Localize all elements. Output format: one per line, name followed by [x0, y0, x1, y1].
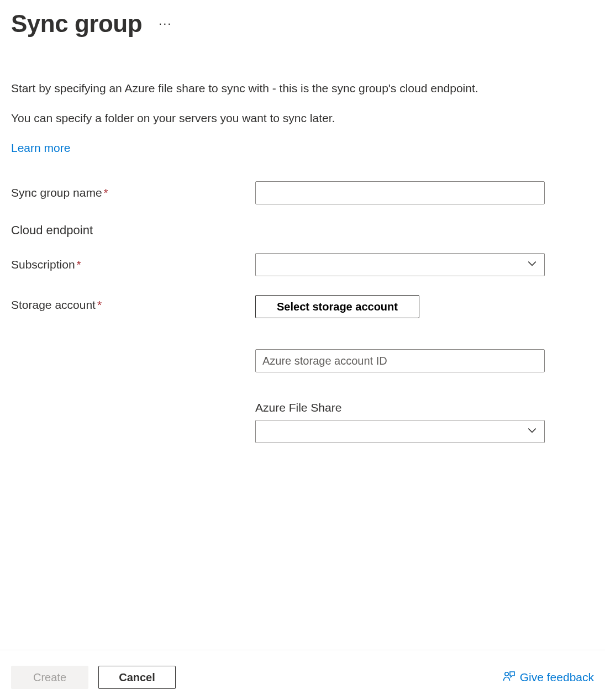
- svg-point-0: [505, 672, 508, 675]
- create-button[interactable]: Create: [11, 666, 88, 689]
- storage-account-row: Storage account* Select storage account …: [11, 295, 594, 443]
- give-feedback-link[interactable]: Give feedback: [502, 670, 594, 686]
- subscription-label: Subscription*: [11, 258, 255, 271]
- storage-account-id-input[interactable]: [255, 349, 545, 372]
- sync-group-name-input-col: [255, 181, 545, 204]
- storage-account-label: Storage account*: [11, 295, 255, 312]
- header-row: Sync group ···: [11, 10, 594, 38]
- more-icon[interactable]: ···: [159, 18, 172, 30]
- sync-group-name-label: Sync group name*: [11, 186, 255, 199]
- sync-group-name-label-text: Sync group name: [11, 186, 102, 199]
- intro-line-1: Start by specifying an Azure file share …: [11, 82, 594, 95]
- subscription-label-text: Subscription: [11, 258, 75, 271]
- subscription-select-wrap: [255, 253, 545, 276]
- storage-account-input-col: Select storage account Azure File Share: [255, 295, 545, 443]
- cloud-endpoint-heading: Cloud endpoint: [11, 223, 594, 238]
- subscription-row: Subscription*: [11, 253, 594, 276]
- learn-more-link[interactable]: Learn more: [11, 141, 70, 155]
- cancel-button[interactable]: Cancel: [98, 666, 176, 689]
- storage-account-label-text: Storage account: [11, 298, 96, 311]
- intro-line-2: You can specify a folder on your servers…: [11, 112, 594, 125]
- required-star-icon: *: [77, 258, 81, 271]
- feedback-person-icon: [502, 670, 515, 686]
- footer: Create Cancel Give feedback: [0, 650, 605, 700]
- page-title: Sync group: [11, 10, 142, 38]
- azure-file-share-select-wrap: [255, 420, 545, 443]
- select-storage-account-button[interactable]: Select storage account: [255, 295, 419, 318]
- sync-group-name-row: Sync group name*: [11, 181, 594, 204]
- sync-group-name-input[interactable]: [255, 181, 545, 204]
- azure-file-share-block: Azure File Share: [255, 401, 545, 443]
- subscription-select[interactable]: [255, 253, 545, 276]
- give-feedback-text: Give feedback: [520, 671, 594, 684]
- footer-left: Create Cancel: [11, 666, 176, 689]
- azure-file-share-select[interactable]: [255, 420, 545, 443]
- required-star-icon: *: [104, 186, 108, 199]
- subscription-input-col: [255, 253, 545, 276]
- azure-file-share-label: Azure File Share: [255, 401, 545, 414]
- required-star-icon: *: [97, 298, 102, 311]
